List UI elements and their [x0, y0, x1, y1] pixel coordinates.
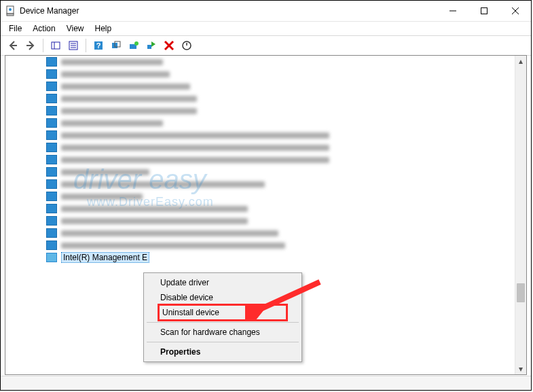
tree-item[interactable] — [5, 202, 515, 215]
tree-item[interactable] — [5, 80, 515, 92]
device-icon — [46, 167, 57, 177]
device-icon — [46, 130, 57, 140]
blurred-label — [61, 59, 163, 65]
scan-hardware-button[interactable] — [108, 37, 124, 54]
blurred-label — [61, 181, 265, 188]
svg-point-1 — [9, 8, 12, 11]
blurred-label — [61, 120, 163, 126]
titlebar[interactable]: Device Manager — [1, 1, 531, 22]
forward-button[interactable] — [22, 37, 39, 54]
tree-item[interactable] — [5, 56, 515, 68]
update-driver-button[interactable] — [126, 37, 142, 54]
blurred-label — [61, 71, 170, 77]
svg-text:?: ? — [96, 41, 101, 50]
blurred-label — [61, 96, 197, 102]
menu-bar: File Action View Help — [1, 22, 531, 35]
device-icon — [46, 192, 57, 201]
toolbar-separator — [86, 39, 86, 52]
enable-device-button[interactable] — [143, 37, 160, 54]
blurred-label — [61, 84, 190, 90]
close-button[interactable] — [500, 1, 531, 21]
blurred-label — [61, 169, 149, 175]
tree-item[interactable] — [5, 129, 515, 141]
device-icon — [46, 69, 57, 79]
window-title: Device Manager — [20, 6, 79, 16]
device-icon — [46, 253, 57, 262]
window-frame: Device Manager File Action View Help ? — [0, 0, 532, 391]
properties-button[interactable] — [65, 37, 81, 54]
svg-rect-21 — [147, 45, 151, 49]
device-icon — [46, 216, 57, 226]
selected-device-label: Intel(R) Management E — [61, 252, 149, 263]
tree-item-selected[interactable]: Intel(R) Management E — [5, 251, 515, 264]
tree-item[interactable] — [5, 92, 515, 105]
app-icon — [5, 5, 16, 16]
device-icon — [46, 228, 57, 238]
blurred-label — [61, 132, 329, 139]
blurred-label — [61, 230, 278, 236]
tree-item[interactable] — [5, 215, 515, 227]
menu-view[interactable]: View — [62, 22, 88, 35]
svg-rect-9 — [52, 42, 60, 49]
annotation-highlight-box: Uninstall device — [158, 304, 288, 321]
menu-action[interactable]: Action — [29, 22, 59, 35]
context-separator — [147, 322, 299, 323]
scroll-up-icon[interactable]: ▴ — [515, 56, 526, 67]
tree-item[interactable] — [5, 68, 515, 80]
device-icon — [46, 57, 57, 67]
ctx-disable-device[interactable]: Disable device — [145, 290, 300, 305]
ctx-update-driver[interactable]: Update driver — [145, 275, 300, 290]
tree-item[interactable] — [5, 227, 515, 239]
svg-rect-2 — [7, 14, 14, 16]
scroll-thumb[interactable] — [517, 283, 525, 302]
device-icon — [46, 179, 57, 189]
tree-item[interactable] — [5, 105, 515, 117]
menu-file[interactable]: File — [5, 22, 26, 35]
maximize-button[interactable] — [468, 1, 500, 21]
minimize-button[interactable] — [437, 1, 468, 21]
blurred-label — [61, 243, 285, 249]
tree-item[interactable] — [5, 166, 515, 178]
tree-item[interactable] — [5, 239, 515, 251]
blurred-label — [61, 145, 329, 151]
blurred-label — [61, 206, 248, 212]
device-icon — [46, 143, 57, 152]
device-icon — [46, 94, 57, 103]
vertical-scrollbar[interactable]: ▴ ▾ — [515, 56, 526, 374]
svg-rect-4 — [481, 8, 488, 14]
tree-item[interactable] — [5, 178, 515, 190]
back-button[interactable] — [5, 37, 21, 54]
scroll-down-icon[interactable]: ▾ — [515, 363, 526, 374]
device-icon — [46, 204, 57, 213]
context-menu: Update driver Disable device Uninstall d… — [143, 272, 302, 362]
ctx-scan-hardware[interactable]: Scan for hardware changes — [145, 325, 300, 340]
show-hide-console-tree-button[interactable] — [48, 37, 64, 54]
blurred-label — [61, 108, 197, 114]
status-bar — [1, 376, 531, 390]
blurred-label — [61, 157, 329, 163]
blurred-label — [61, 218, 248, 224]
svg-point-20 — [134, 41, 139, 46]
ctx-properties[interactable]: Properties — [145, 344, 300, 359]
blurred-label — [61, 194, 143, 200]
menu-help[interactable]: Help — [91, 22, 116, 35]
toolbar-separator — [43, 39, 43, 52]
device-icon — [46, 155, 57, 164]
context-separator — [147, 342, 299, 342]
tree-item[interactable] — [5, 154, 515, 166]
device-icon — [46, 240, 57, 250]
toolbar: ? — [1, 35, 531, 56]
tree-item[interactable] — [5, 190, 515, 202]
disable-device-button[interactable] — [179, 37, 195, 54]
ctx-uninstall-device[interactable]: Uninstall device — [162, 308, 219, 317]
tree-item[interactable] — [5, 117, 515, 129]
device-icon — [46, 106, 57, 115]
uninstall-button[interactable] — [161, 37, 177, 54]
help-button[interactable]: ? — [90, 37, 107, 54]
device-icon — [46, 118, 57, 128]
device-icon — [46, 82, 57, 91]
tree-item[interactable] — [5, 141, 515, 154]
